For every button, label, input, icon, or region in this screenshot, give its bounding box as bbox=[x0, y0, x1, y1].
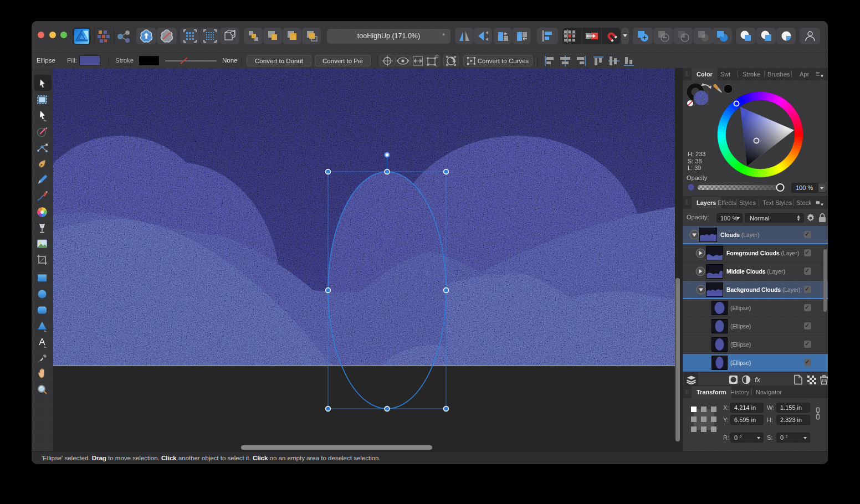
svg-text:H: 233: H: 233 bbox=[688, 151, 705, 157]
svg-text:fx: fx bbox=[755, 376, 761, 384]
svg-text:A: A bbox=[39, 337, 45, 347]
svg-text:Opacity: Opacity bbox=[687, 174, 708, 181]
svg-text:L: 39: L: 39 bbox=[688, 164, 701, 171]
svg-text:S: 38: S: 38 bbox=[688, 158, 702, 164]
